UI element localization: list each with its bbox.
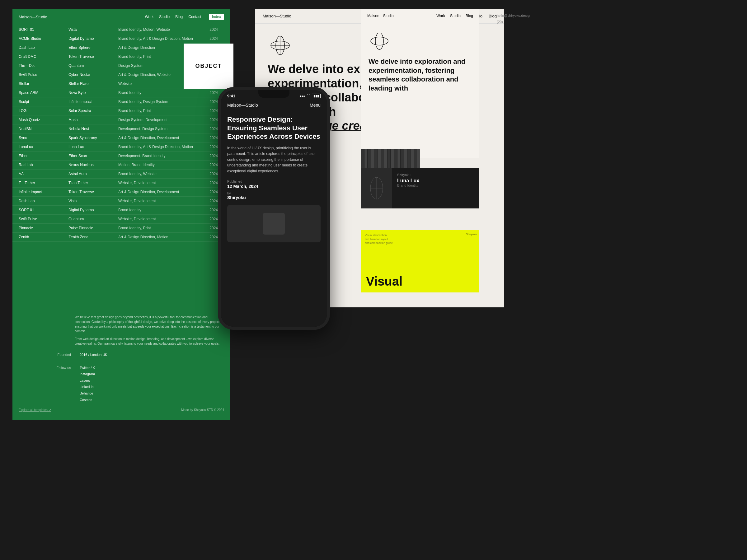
signal-icon: ●●●: [300, 94, 305, 98]
row-client: LunaLux: [19, 145, 69, 149]
phone-menu-btn[interactable]: Menu: [310, 103, 320, 108]
row-services: Brand Identity, Art & Design Direction, …: [118, 145, 199, 149]
index-button[interactable]: Index: [209, 14, 224, 20]
tr-nav-blog[interactable]: Blog: [466, 14, 473, 18]
row-project: Ether Sphere: [69, 46, 118, 50]
by-label: by: [227, 191, 320, 195]
green-logo[interactable]: Maison—Studio: [19, 15, 137, 19]
row-project: Token Traverse: [69, 54, 118, 59]
social-link[interactable]: Cosmos: [80, 397, 149, 403]
row-client: SORT 01: [19, 208, 69, 212]
table-row[interactable]: LunaLux Luna Lux Brand Identity, Art & D…: [12, 142, 230, 152]
explore-link[interactable]: Explore all templates ↗: [19, 407, 51, 412]
founded-value: 2016 / London UK: [80, 352, 149, 358]
battery-icon: ▮▮▮: [312, 94, 320, 98]
row-client: SORT 01: [19, 27, 69, 32]
table-row[interactable]: Ether Ether Scan Development, Brand Iden…: [12, 152, 230, 161]
row-project: Token Traverse: [69, 190, 118, 194]
tr-nav-studio[interactable]: Studio: [450, 14, 461, 18]
top-right-links: Work Studio Blog: [436, 14, 473, 18]
table-row[interactable]: Sync Spark Synchrony Art & Design Direct…: [12, 133, 230, 142]
luna-brand: Shiryoku: [397, 173, 474, 177]
social-link[interactable]: Instagram: [80, 371, 149, 377]
sidebar-count: (20): [497, 20, 549, 24]
phone-screen: 9:41 ●●● ⌒ ▮▮▮ Maison—Studio Menu Respon…: [221, 90, 327, 327]
row-project: Digital Dynamo: [69, 36, 118, 41]
table-row[interactable]: Space ARM Nova Byte Brand Identity 2024: [12, 88, 230, 97]
table-row[interactable]: Rad Lab Nexus Nucleus Motion, Brand Iden…: [12, 161, 230, 169]
table-row[interactable]: SORT 01 Vista Brand Identity, Motion, We…: [12, 25, 230, 34]
phone-logo[interactable]: Maison—Studio: [227, 103, 258, 108]
published-section: Published 12 March, 2024 by Shiryoku: [227, 180, 320, 200]
row-client: Sync: [19, 136, 69, 140]
table-row[interactable]: ACME Studio Digital Dynamo Brand Identit…: [12, 34, 230, 43]
object-label: OBJECT: [195, 63, 222, 70]
row-project: Solar Spectra: [69, 109, 118, 113]
row-year: 2024: [199, 190, 218, 194]
row-project: Vista: [69, 199, 118, 203]
social-links: Twitter / XInstagramLayersLinked InBehan…: [80, 365, 149, 403]
row-year: 2024: [199, 163, 218, 167]
row-services: Brand Identity, Website: [118, 172, 199, 176]
phone-mockup: 9:41 ●●● ⌒ ▮▮▮ Maison—Studio Menu Respon…: [218, 87, 330, 330]
social-link[interactable]: Behance: [80, 391, 149, 396]
social-link[interactable]: Layers: [80, 378, 149, 383]
row-client: T—Tether: [19, 181, 69, 185]
article-title: Responsive Design: Ensuring Seamless Use…: [227, 115, 320, 141]
phone-notch: [258, 90, 289, 98]
row-client: Dash Lab: [19, 199, 69, 203]
table-row[interactable]: Infinite Impact Token Traverse Art & Des…: [12, 188, 230, 196]
row-services: Design System, Development: [118, 117, 199, 122]
table-row[interactable]: SORT 01 Digital Dynamo Brand Identity 20…: [12, 206, 230, 215]
row-year: 2024: [199, 199, 218, 203]
row-year: 2024: [199, 172, 218, 176]
row-client: Space ARM: [19, 90, 69, 95]
tr-nav-work[interactable]: Work: [436, 14, 445, 18]
panel-logo-sketch: [368, 33, 472, 51]
nav-contact[interactable]: Contact: [188, 15, 201, 19]
row-services: Art & Design Direction, Development: [118, 190, 199, 194]
table-row[interactable]: Dash Lab Vista Website, Development 2024: [12, 196, 230, 206]
row-project: Astral Aura: [69, 172, 118, 176]
row-project: Spark Synchrony: [69, 136, 118, 140]
table-row[interactable]: AA Astral Aura Brand Identity, Website 2…: [12, 169, 230, 179]
row-client: Infinite Impact: [19, 190, 69, 194]
sidebar-email[interactable]: hello@shiryoku.design: [497, 14, 549, 18]
top-right-body: We delve into exploration and experiment…: [361, 23, 479, 102]
table-row[interactable]: Swift Pulse Quantum Website, Development…: [12, 215, 230, 224]
row-services: Brand Identity, Design System: [118, 100, 199, 104]
row-project: Cyber Nectar: [69, 73, 118, 77]
article-image: [227, 205, 320, 242]
nav-studio[interactable]: Studio: [159, 15, 170, 19]
phone-time: 9:41: [227, 94, 235, 98]
copyright: Made by Shiryoku STD © 2024: [181, 407, 224, 412]
table-row[interactable]: T—Tether Titan Tether Website, Developme…: [12, 179, 230, 188]
row-project: Luna Lux: [69, 145, 118, 149]
row-services: Brand Identity: [118, 90, 199, 95]
luna-card-image: [361, 168, 392, 209]
row-services: Website, Development: [118, 199, 199, 203]
visual-label: Visual: [366, 275, 403, 288]
table-row[interactable]: Mash Quartz Mash Design System, Developm…: [12, 115, 230, 125]
social-link[interactable]: Twitter / X: [80, 365, 149, 371]
table-row[interactable]: Sculpt Infinite Impact Brand Identity, D…: [12, 97, 230, 106]
table-row[interactable]: Pinnacle Pulse Pinnacle Brand Identity, …: [12, 224, 230, 233]
social-link[interactable]: Linked In: [80, 384, 149, 390]
founded-label: Founded: [19, 352, 75, 358]
green-footer: We believe that great design goes beyond…: [12, 308, 230, 420]
row-project: Ether Scan: [69, 154, 118, 158]
phone-content: Responsive Design: Ensuring Seamless Use…: [221, 110, 327, 247]
table-row[interactable]: LOG Solar Spectra Brand Identity, Print …: [12, 106, 230, 115]
table-row[interactable]: Zenith Zenith Zone Art & Design Directio…: [12, 233, 230, 242]
article-body: In the world of UI/UX design, prioritizi…: [227, 145, 320, 174]
row-year: 2024: [199, 36, 218, 41]
row-year: 2024: [199, 217, 218, 221]
row-client: Pinnacle: [19, 226, 69, 230]
table-row[interactable]: NestBN Nebula Nest Development, Design S…: [12, 125, 230, 133]
footer-desc2: From web design and art direction to mot…: [75, 337, 224, 346]
nav-work[interactable]: Work: [145, 15, 153, 19]
row-client: Swift Pulse: [19, 73, 69, 77]
top-right-logo[interactable]: Maison—Studio: [367, 14, 436, 18]
row-year: 2024: [199, 27, 218, 32]
nav-blog[interactable]: Blog: [175, 15, 183, 19]
